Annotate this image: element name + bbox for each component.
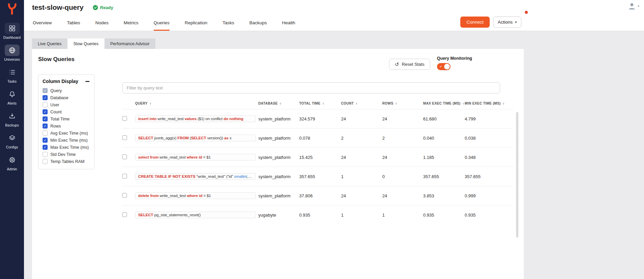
query-text[interactable]: insert into write_read_test values ($1) … [135, 115, 256, 122]
row-checkbox[interactable] [122, 193, 127, 198]
sidebar-item-dashboard[interactable]: Dashboard [3, 20, 21, 42]
checkbox-checked-icon[interactable]: ✓ [43, 109, 48, 114]
subtab-performance-advisor[interactable]: Performance Advisor [105, 38, 156, 49]
sort-icon[interactable]: ▲▼ [279, 102, 282, 105]
column-header-database[interactable]: DATABASE▲▼ [258, 98, 299, 109]
column-option-temp-tables-ram[interactable]: Temp Tables RAM [43, 158, 90, 165]
query-row[interactable]: SELECT pg_stat_statements_reset()yugabyt… [122, 205, 513, 225]
cell-total-time: 0.935 [299, 205, 341, 225]
checkbox-checked-icon[interactable]: ✓ [43, 116, 48, 121]
tab-backups[interactable]: Backups [249, 15, 267, 31]
query-monitoring-toggle[interactable]: ✓ [437, 63, 450, 70]
query-row[interactable]: select from write_read_test where id = $… [122, 148, 513, 167]
sort-icon[interactable]: ▲▼ [395, 102, 397, 105]
column-option-avg-exec-time-ms[interactable]: Avg Exec Time (ms) [43, 130, 90, 137]
column-option-std-dev-time[interactable]: Std Dev Time [43, 151, 90, 158]
sort-icon[interactable]: ▲▼ [462, 102, 465, 105]
sort-icon[interactable]: ▲▼ [356, 102, 358, 105]
query-row[interactable]: SELECT jsonb_agg(x) FROM (SELECT version… [122, 129, 513, 148]
column-header-max-exec-time-ms[interactable]: MAX EXEC TIME (MS)▲▼ [423, 98, 465, 109]
connect-button[interactable]: Connect [460, 17, 489, 28]
row-checkbox[interactable] [122, 212, 127, 217]
slow-queries-table: QUERY▲▼DATABASE▲▼TOTAL TIME▲▼COUNT▲▼ROWS… [122, 98, 513, 224]
column-option-label: Database [50, 95, 69, 100]
tab-tables[interactable]: Tables [67, 15, 80, 31]
column-header-query[interactable]: QUERY▲▼ [135, 98, 258, 109]
checkbox-checked-icon[interactable]: ✓ [43, 95, 48, 100]
checkbox-checked-icon[interactable]: ✓ [43, 138, 48, 143]
sidebar-item-tasks[interactable]: Tasks [3, 64, 21, 86]
table-scrollbar[interactable] [516, 112, 518, 238]
row-checkbox[interactable] [122, 174, 127, 178]
tab-nodes[interactable]: Nodes [95, 15, 108, 31]
cell-total-time: 37.806 [299, 186, 341, 205]
query-text[interactable]: delete from write_read_test where id = $… [135, 192, 256, 199]
tab-tasks[interactable]: Tasks [223, 15, 234, 31]
sort-icon[interactable]: ▲▼ [149, 102, 152, 105]
panel-header: Slow Queries ↺ Reset Stats Query Monitor… [38, 55, 518, 70]
column-option-count[interactable]: ✓Count [43, 108, 90, 115]
column-option-min-exec-time-ms[interactable]: ✓Min Exec Time (ms) [43, 137, 90, 144]
checkbox-checked-icon[interactable]: ✓ [43, 145, 48, 150]
collapse-icon[interactable] [85, 80, 90, 83]
cell-rows: 24 [382, 109, 423, 129]
tab-replication[interactable]: Replication [185, 15, 207, 31]
column-header-min-exec-time-ms[interactable]: MIN EXEC TIME (MS)▲▼ [465, 98, 513, 109]
configs-icon [5, 132, 20, 144]
column-header-total-time[interactable]: TOTAL TIME▲▼ [299, 98, 341, 109]
column-option-label: Min Exec Time (ms) [50, 138, 87, 143]
tab-queries[interactable]: Queries [154, 15, 170, 31]
row-checkbox[interactable] [122, 116, 127, 121]
reset-stats-button[interactable]: ↺ Reset Stats [389, 59, 430, 70]
sidebar-item-configs[interactable]: Configs [3, 130, 21, 151]
tab-overview[interactable]: Overview [33, 15, 52, 31]
subtab-slow-queries[interactable]: Slow Queries [68, 38, 104, 49]
checkbox-checked-icon[interactable]: ✓ [43, 88, 48, 93]
column-option-database[interactable]: ✓Database [43, 94, 90, 101]
column-display-header: Column Display [43, 79, 90, 84]
actions-button[interactable]: Actions ▾ [493, 17, 521, 28]
column-options-list: ✓Query✓DatabaseUser✓Count✓Total Time✓Row… [43, 87, 90, 165]
query-text[interactable]: SELECT jsonb_agg(x) FROM (SELECT version… [135, 135, 256, 141]
user-menu[interactable]: ▾ [627, 2, 639, 10]
checkbox-checked-icon[interactable]: ✓ [43, 123, 48, 129]
yugabyte-logo-icon[interactable] [6, 3, 18, 17]
sidebar-item-backups[interactable]: Backups [3, 108, 21, 130]
column-header-label: DATABASE [258, 102, 278, 105]
row-checkbox[interactable] [122, 155, 127, 159]
column-header-count[interactable]: COUNT▲▼ [341, 98, 382, 109]
query-row[interactable]: CREATE TABLE IF NOT EXISTS "write_read_t… [122, 167, 513, 186]
query-text[interactable]: SELECT pg_stat_statements_reset() [135, 212, 256, 218]
column-option-label: Rows [50, 124, 61, 129]
query-row[interactable]: insert into write_read_test values ($1) … [122, 109, 513, 129]
sidebar-item-admin[interactable]: Admin [3, 151, 21, 173]
checkbox-icon[interactable] [43, 152, 48, 157]
subtab-live-queries[interactable]: Live Queries [32, 38, 68, 49]
column-option-total-time[interactable]: ✓Total Time [43, 115, 90, 122]
checkbox-icon[interactable] [43, 131, 48, 136]
sidebar-item-universes[interactable]: Universes [3, 42, 21, 64]
sidebar-item-alerts[interactable]: Alerts [3, 86, 21, 108]
column-option-max-exec-time-ms[interactable]: ✓Max Exec Time (ms) [43, 144, 90, 151]
select-all-column [122, 98, 135, 109]
sidebar: DashboardUniversesTasksAlertsBackupsConf… [0, 0, 24, 279]
query-filter-input[interactable] [122, 82, 500, 93]
checkbox-icon[interactable] [43, 159, 48, 164]
query-text[interactable]: CREATE TABLE IF NOT EXISTS "write_read_t… [135, 173, 256, 180]
query-text[interactable]: select from write_read_test where id = $… [135, 154, 256, 161]
column-option-rows[interactable]: ✓Rows [43, 122, 90, 130]
column-option-query[interactable]: ✓Query [43, 87, 90, 94]
checkbox-icon[interactable] [43, 102, 48, 107]
tab-health[interactable]: Health [282, 15, 295, 31]
cell-rows: 0 [382, 167, 423, 186]
tab-metrics[interactable]: Metrics [124, 15, 138, 31]
cell-max-exec-time: 357.655 [423, 167, 465, 186]
query-row[interactable]: delete from write_read_test where id = $… [122, 186, 513, 205]
sort-icon[interactable]: ▲▼ [322, 102, 325, 105]
column-header-rows[interactable]: ROWS▲▼ [382, 98, 423, 109]
row-checkbox[interactable] [122, 135, 127, 140]
column-option-user[interactable]: User [43, 101, 90, 108]
title-row: test-slow-query Ready ▾ [24, 0, 644, 15]
column-header-label: MAX EXEC TIME (MS) [423, 102, 461, 105]
sort-icon[interactable]: ▲▼ [503, 102, 505, 105]
